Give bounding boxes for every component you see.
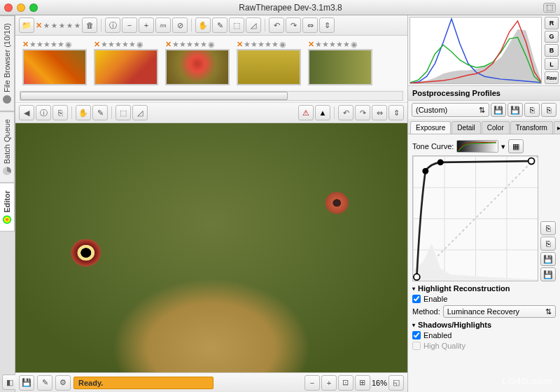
profile-load-button[interactable]: 💾	[507, 103, 523, 117]
close-icon[interactable]	[4, 4, 13, 12]
tone-curve-preview[interactable]	[456, 140, 498, 153]
hand-button[interactable]: ✋	[195, 18, 211, 33]
save-button[interactable]: 💾	[19, 375, 34, 391]
curve-copy-button[interactable]: ⎘	[540, 221, 556, 235]
profiles-header: Postprocessing Profiles	[408, 85, 560, 101]
tab-editor[interactable]: Editor	[0, 183, 15, 232]
method-value: Luminance Recovery	[447, 307, 519, 316]
histogram-buttons: R G B L Raw	[543, 15, 560, 85]
image-preview[interactable]	[15, 123, 407, 372]
mirror-v-button[interactable]: ⇕	[388, 105, 404, 120]
thumbnail[interactable]: ✕★★★★★◉	[94, 40, 158, 85]
clip-shadow-icon[interactable]: ⚠	[298, 105, 314, 120]
info-button[interactable]: ⓘ	[105, 18, 120, 33]
curve-load-button[interactable]: 💾	[540, 267, 556, 281]
highlight-section[interactable]: Highlight Reconstruction	[412, 284, 556, 293]
tab-detail[interactable]: Detail	[451, 121, 481, 134]
select-button[interactable]: ⬚	[115, 105, 131, 120]
tab-more[interactable]: ▸	[554, 121, 560, 134]
hand-button[interactable]: ✋	[76, 105, 91, 120]
zoom-in-button[interactable]: +	[139, 18, 154, 33]
eyedrop-button[interactable]: ✎	[212, 18, 227, 33]
clear-icon[interactable]: ✕	[36, 21, 42, 30]
star-icon[interactable]: ★	[43, 22, 50, 29]
shadows-section[interactable]: Shadows/Highlights	[412, 321, 556, 329]
rotate-right-button[interactable]: ↷	[286, 18, 301, 33]
tone-curve-editor[interactable]	[412, 155, 538, 281]
curve-edit-button[interactable]: ▦	[508, 139, 524, 153]
eyedrop-button[interactable]: ✎	[92, 105, 108, 120]
thumbnail[interactable]: ✕★★★★★◉	[308, 40, 372, 85]
zoom-out-button[interactable]: −	[304, 375, 320, 391]
rotate-right-button[interactable]: ↷	[355, 105, 370, 120]
tab-transform[interactable]: Transform	[510, 121, 553, 134]
editor-toolbar: ◀ ⓘ ⎘ ✋ ✎ ⬚ ◿ ⚠ ▲ ↶ ↷ ⇔ ⇕	[15, 102, 407, 123]
thumbnail[interactable]: ✕★★★★★◉	[165, 40, 230, 85]
tab-file-browser[interactable]: File Browser (10/10)	[0, 15, 15, 111]
tab-exposure[interactable]: Exposure	[410, 121, 451, 134]
svg-marker-2	[413, 244, 538, 281]
tab-batch-queue[interactable]: Batch Queue	[0, 111, 15, 183]
mirror-h-button[interactable]: ⇔	[372, 105, 387, 120]
maximize-icon[interactable]	[29, 4, 38, 12]
queue-button[interactable]: ⚙	[55, 375, 71, 391]
window-max-button[interactable]: ⬚	[543, 3, 556, 13]
hist-l-button[interactable]: L	[545, 58, 559, 71]
folder-button[interactable]: 📁	[19, 18, 34, 33]
hist-g-button[interactable]: G	[545, 31, 559, 43]
profile-select[interactable]: (Custom)⇅	[412, 103, 489, 117]
prev-button[interactable]: ◀	[19, 105, 34, 120]
profile-copy-button[interactable]: ⎘	[524, 103, 540, 117]
profile-save-button[interactable]: 💾	[491, 103, 506, 117]
star-icon[interactable]: ★	[51, 22, 57, 29]
rename-button[interactable]: /m	[155, 18, 171, 33]
info-button[interactable]: ⓘ	[36, 105, 51, 120]
tab-label: File Browser (10/10)	[3, 23, 11, 92]
chevron-down-icon[interactable]: ▾	[501, 142, 505, 151]
star-icon[interactable]: ★	[66, 22, 73, 29]
zoom-100-button[interactable]: ⊞	[355, 375, 370, 391]
profile-paste-button[interactable]: ⎘	[541, 103, 556, 117]
wb-button[interactable]: ◿	[246, 18, 261, 33]
section-title: Highlight Reconstruction	[418, 284, 510, 293]
rotate-left-button[interactable]: ↶	[269, 18, 284, 33]
mirror-h-button[interactable]: ⇔	[302, 18, 318, 33]
zoom-in-button[interactable]: +	[321, 375, 337, 391]
thumb-image	[308, 49, 372, 85]
queue-icon	[3, 167, 11, 175]
open-external-button[interactable]: ⎘	[52, 105, 68, 120]
shadows-enabled-checkbox[interactable]	[412, 331, 421, 340]
thumbnail[interactable]: ✕★★★★★◉	[237, 40, 301, 85]
mirror-v-button[interactable]: ⇕	[319, 18, 335, 33]
star-icon[interactable]: ★	[59, 22, 65, 29]
detail-window-button[interactable]: ◱	[388, 375, 404, 391]
clip-highlight-icon[interactable]: ▲	[315, 105, 330, 120]
curve-save-button[interactable]: 💾	[540, 252, 556, 266]
hist-raw-button[interactable]: Raw	[545, 71, 559, 84]
rotate-left-button[interactable]: ↶	[338, 105, 354, 120]
hist-r-button[interactable]: R	[545, 17, 559, 29]
wb-button[interactable]: ◿	[132, 105, 148, 120]
histogram	[410, 17, 542, 84]
tab-color[interactable]: Color	[482, 121, 510, 134]
window-title: RawTherapee Dev-3.1m3.8	[38, 3, 543, 13]
zoom-fit-button[interactable]: ⊡	[338, 375, 354, 391]
select-button[interactable]: ⬚	[229, 18, 244, 33]
thumb-image	[165, 49, 230, 85]
checkbox-label: Enabled	[424, 331, 451, 340]
hist-b-button[interactable]: B	[545, 44, 559, 57]
highlight-enable-checkbox[interactable]	[412, 295, 421, 303]
star-icon[interactable]: ★	[74, 22, 80, 29]
svg-marker-0	[410, 29, 541, 83]
tab-label: Batch Queue	[3, 119, 11, 164]
thumb-scrollbar[interactable]	[20, 91, 403, 101]
zoom-out-button[interactable]: −	[122, 18, 137, 33]
thumbnail[interactable]: ✕★★★★★◉	[22, 40, 87, 85]
trash-button[interactable]: 🗑	[82, 18, 97, 33]
method-select[interactable]: Luminance Recovery⇅	[443, 305, 556, 318]
curve-paste-button[interactable]: ⎘	[540, 237, 556, 251]
minimize-icon[interactable]	[17, 4, 25, 12]
send-to-button[interactable]: ✎	[37, 375, 52, 391]
clear-button[interactable]: ⊘	[172, 18, 188, 33]
status-text: Ready.	[78, 379, 103, 387]
